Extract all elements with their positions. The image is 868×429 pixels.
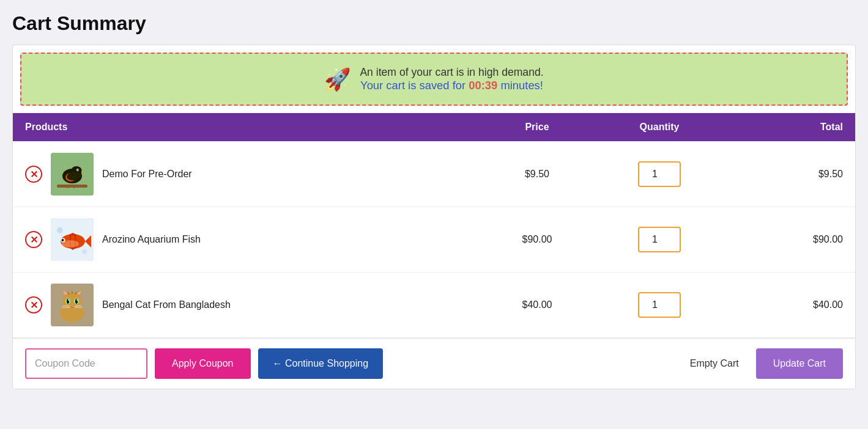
svg-point-37 [68, 299, 69, 301]
qty-cell-2 [598, 227, 721, 252]
rocket-icon: 🚀 [324, 67, 351, 92]
remove-icon: ✕ [25, 231, 42, 248]
svg-point-21 [62, 239, 64, 241]
product-cell: ✕ [25, 284, 476, 326]
remove-item-3-button[interactable]: ✕ [25, 296, 42, 314]
apply-coupon-button[interactable]: Apply Coupon [155, 348, 251, 379]
svg-point-25 [62, 292, 82, 312]
qty-cell-3 [598, 292, 721, 318]
price-2: $90.00 [476, 234, 598, 245]
product-name-3: Bengal Cat From Bangladesh [102, 299, 231, 310]
product-cell: ✕ [25, 218, 476, 261]
remove-item-2-button[interactable]: ✕ [25, 231, 42, 248]
table-row: ✕ [13, 273, 855, 338]
svg-point-38 [76, 299, 78, 301]
page-title: Cart Summary [12, 12, 856, 35]
alert-banner: 🚀 An item of your cart is in high demand… [20, 53, 848, 106]
quantity-input-1[interactable] [638, 161, 681, 187]
update-cart-button[interactable]: Update Cart [756, 348, 843, 379]
cart-wrapper: 🚀 An item of your cart is in high demand… [12, 45, 856, 389]
svg-point-13 [82, 249, 87, 254]
cart-rows: ✕ [13, 141, 855, 338]
product-name-1: Demo For Pre-Order [102, 169, 192, 180]
product-cell: ✕ [25, 153, 476, 196]
product-thumb-fish [51, 218, 94, 261]
svg-rect-8 [57, 185, 87, 188]
price-3: $40.00 [476, 299, 598, 310]
qty-cell-1 [598, 161, 721, 187]
remove-item-1-button[interactable]: ✕ [25, 166, 42, 183]
table-row: ✕ [13, 207, 855, 273]
product-thumb-cat [51, 284, 94, 326]
quantity-input-2[interactable] [638, 227, 681, 252]
alert-line2-suffix: minutes! [497, 79, 543, 92]
total-2: $90.00 [721, 234, 843, 245]
remove-icon: ✕ [25, 296, 42, 314]
header-products: Products [25, 122, 476, 133]
alert-line1: An item of your cart is in high demand. [360, 66, 543, 79]
svg-point-22 [62, 240, 79, 248]
svg-point-6 [78, 169, 79, 170]
header-quantity: Quantity [598, 122, 721, 133]
header-total: Total [721, 122, 843, 133]
quantity-input-3[interactable] [638, 292, 681, 318]
table-header: Products Price Quantity Total [13, 113, 855, 141]
total-1: $9.50 [721, 169, 843, 180]
alert-line2: Your cart is saved for 00:39 minutes! [360, 79, 543, 92]
empty-cart-button[interactable]: Empty Cart [680, 353, 749, 374]
product-thumb-bird [51, 153, 94, 196]
coupon-input[interactable] [25, 348, 147, 379]
total-3: $40.00 [721, 299, 843, 310]
remove-icon: ✕ [25, 166, 42, 183]
continue-shopping-button[interactable]: ← Continue Shopping [258, 348, 384, 379]
alert-text-block: An item of your cart is in high demand. … [360, 66, 543, 92]
product-name-2: Arozino Aquarium Fish [102, 234, 201, 245]
table-row: ✕ [13, 142, 855, 207]
svg-point-12 [57, 227, 63, 233]
cart-footer: Apply Coupon ← Continue Shopping Empty C… [13, 338, 855, 389]
header-price: Price [476, 122, 598, 133]
cart-timer: 00:39 [469, 79, 497, 92]
alert-line2-prefix: Your cart is saved for [360, 79, 469, 92]
price-1: $9.50 [476, 169, 598, 180]
